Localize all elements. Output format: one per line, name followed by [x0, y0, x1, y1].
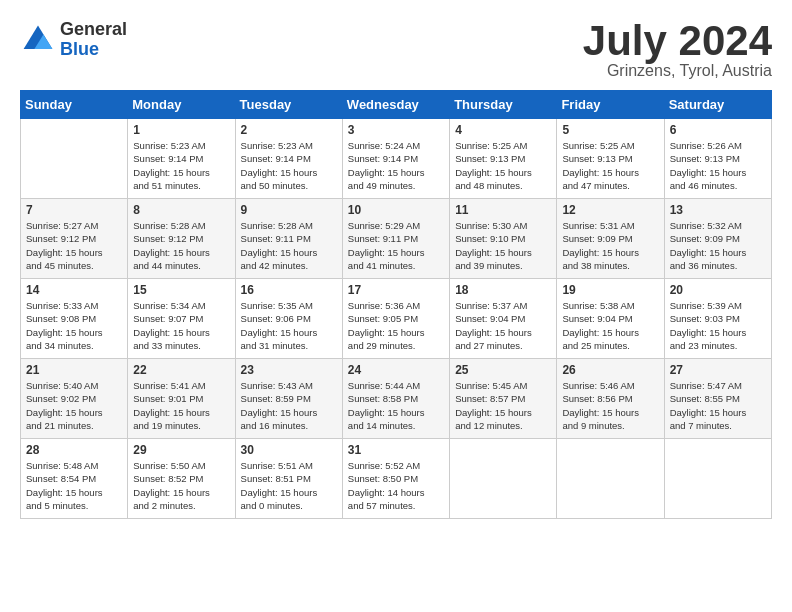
calendar-cell: 19Sunrise: 5:38 AM Sunset: 9:04 PM Dayli…	[557, 279, 664, 359]
day-number: 26	[562, 363, 658, 377]
cell-info: Sunrise: 5:48 AM Sunset: 8:54 PM Dayligh…	[26, 459, 122, 512]
cell-info: Sunrise: 5:50 AM Sunset: 8:52 PM Dayligh…	[133, 459, 229, 512]
day-number: 2	[241, 123, 337, 137]
day-number: 28	[26, 443, 122, 457]
cell-info: Sunrise: 5:52 AM Sunset: 8:50 PM Dayligh…	[348, 459, 444, 512]
calendar-cell: 16Sunrise: 5:35 AM Sunset: 9:06 PM Dayli…	[235, 279, 342, 359]
cell-info: Sunrise: 5:37 AM Sunset: 9:04 PM Dayligh…	[455, 299, 551, 352]
cell-info: Sunrise: 5:34 AM Sunset: 9:07 PM Dayligh…	[133, 299, 229, 352]
calendar-header-row: SundayMondayTuesdayWednesdayThursdayFrid…	[21, 91, 772, 119]
cell-info: Sunrise: 5:46 AM Sunset: 8:56 PM Dayligh…	[562, 379, 658, 432]
calendar-cell: 20Sunrise: 5:39 AM Sunset: 9:03 PM Dayli…	[664, 279, 771, 359]
calendar-cell: 13Sunrise: 5:32 AM Sunset: 9:09 PM Dayli…	[664, 199, 771, 279]
day-number: 30	[241, 443, 337, 457]
day-number: 17	[348, 283, 444, 297]
day-number: 6	[670, 123, 766, 137]
calendar-cell: 4Sunrise: 5:25 AM Sunset: 9:13 PM Daylig…	[450, 119, 557, 199]
calendar-cell: 1Sunrise: 5:23 AM Sunset: 9:14 PM Daylig…	[128, 119, 235, 199]
day-of-week-header: Tuesday	[235, 91, 342, 119]
day-number: 20	[670, 283, 766, 297]
calendar-cell: 6Sunrise: 5:26 AM Sunset: 9:13 PM Daylig…	[664, 119, 771, 199]
cell-info: Sunrise: 5:36 AM Sunset: 9:05 PM Dayligh…	[348, 299, 444, 352]
cell-info: Sunrise: 5:51 AM Sunset: 8:51 PM Dayligh…	[241, 459, 337, 512]
cell-info: Sunrise: 5:44 AM Sunset: 8:58 PM Dayligh…	[348, 379, 444, 432]
day-of-week-header: Friday	[557, 91, 664, 119]
calendar-cell: 28Sunrise: 5:48 AM Sunset: 8:54 PM Dayli…	[21, 439, 128, 519]
cell-info: Sunrise: 5:47 AM Sunset: 8:55 PM Dayligh…	[670, 379, 766, 432]
day-number: 27	[670, 363, 766, 377]
calendar-cell: 8Sunrise: 5:28 AM Sunset: 9:12 PM Daylig…	[128, 199, 235, 279]
calendar-week-row: 28Sunrise: 5:48 AM Sunset: 8:54 PM Dayli…	[21, 439, 772, 519]
cell-info: Sunrise: 5:30 AM Sunset: 9:10 PM Dayligh…	[455, 219, 551, 272]
day-number: 23	[241, 363, 337, 377]
logo: General Blue	[20, 20, 127, 60]
title-block: July 2024 Grinzens, Tyrol, Austria	[583, 20, 772, 80]
calendar-week-row: 21Sunrise: 5:40 AM Sunset: 9:02 PM Dayli…	[21, 359, 772, 439]
day-number: 18	[455, 283, 551, 297]
logo-blue-text: Blue	[60, 40, 127, 60]
day-number: 19	[562, 283, 658, 297]
day-number: 9	[241, 203, 337, 217]
day-number: 13	[670, 203, 766, 217]
logo-text: General Blue	[60, 20, 127, 60]
day-of-week-header: Saturday	[664, 91, 771, 119]
day-number: 14	[26, 283, 122, 297]
location: Grinzens, Tyrol, Austria	[583, 62, 772, 80]
cell-info: Sunrise: 5:31 AM Sunset: 9:09 PM Dayligh…	[562, 219, 658, 272]
calendar-cell: 14Sunrise: 5:33 AM Sunset: 9:08 PM Dayli…	[21, 279, 128, 359]
cell-info: Sunrise: 5:25 AM Sunset: 9:13 PM Dayligh…	[455, 139, 551, 192]
calendar-cell: 2Sunrise: 5:23 AM Sunset: 9:14 PM Daylig…	[235, 119, 342, 199]
logo-icon	[20, 22, 56, 58]
cell-info: Sunrise: 5:29 AM Sunset: 9:11 PM Dayligh…	[348, 219, 444, 272]
cell-info: Sunrise: 5:28 AM Sunset: 9:11 PM Dayligh…	[241, 219, 337, 272]
calendar-cell: 9Sunrise: 5:28 AM Sunset: 9:11 PM Daylig…	[235, 199, 342, 279]
day-of-week-header: Monday	[128, 91, 235, 119]
calendar-cell: 29Sunrise: 5:50 AM Sunset: 8:52 PM Dayli…	[128, 439, 235, 519]
day-number: 1	[133, 123, 229, 137]
logo-general-text: General	[60, 20, 127, 40]
calendar-cell: 5Sunrise: 5:25 AM Sunset: 9:13 PM Daylig…	[557, 119, 664, 199]
calendar-cell: 11Sunrise: 5:30 AM Sunset: 9:10 PM Dayli…	[450, 199, 557, 279]
cell-info: Sunrise: 5:25 AM Sunset: 9:13 PM Dayligh…	[562, 139, 658, 192]
cell-info: Sunrise: 5:39 AM Sunset: 9:03 PM Dayligh…	[670, 299, 766, 352]
calendar-week-row: 7Sunrise: 5:27 AM Sunset: 9:12 PM Daylig…	[21, 199, 772, 279]
calendar-cell: 3Sunrise: 5:24 AM Sunset: 9:14 PM Daylig…	[342, 119, 449, 199]
calendar-cell: 17Sunrise: 5:36 AM Sunset: 9:05 PM Dayli…	[342, 279, 449, 359]
day-number: 31	[348, 443, 444, 457]
day-number: 5	[562, 123, 658, 137]
calendar-cell: 10Sunrise: 5:29 AM Sunset: 9:11 PM Dayli…	[342, 199, 449, 279]
day-number: 8	[133, 203, 229, 217]
calendar-cell: 26Sunrise: 5:46 AM Sunset: 8:56 PM Dayli…	[557, 359, 664, 439]
day-number: 29	[133, 443, 229, 457]
calendar-cell: 24Sunrise: 5:44 AM Sunset: 8:58 PM Dayli…	[342, 359, 449, 439]
day-number: 12	[562, 203, 658, 217]
calendar-cell	[557, 439, 664, 519]
calendar-cell: 15Sunrise: 5:34 AM Sunset: 9:07 PM Dayli…	[128, 279, 235, 359]
cell-info: Sunrise: 5:26 AM Sunset: 9:13 PM Dayligh…	[670, 139, 766, 192]
cell-info: Sunrise: 5:32 AM Sunset: 9:09 PM Dayligh…	[670, 219, 766, 272]
calendar-cell: 7Sunrise: 5:27 AM Sunset: 9:12 PM Daylig…	[21, 199, 128, 279]
calendar-cell: 25Sunrise: 5:45 AM Sunset: 8:57 PM Dayli…	[450, 359, 557, 439]
cell-info: Sunrise: 5:38 AM Sunset: 9:04 PM Dayligh…	[562, 299, 658, 352]
calendar-cell	[21, 119, 128, 199]
cell-info: Sunrise: 5:28 AM Sunset: 9:12 PM Dayligh…	[133, 219, 229, 272]
cell-info: Sunrise: 5:23 AM Sunset: 9:14 PM Dayligh…	[241, 139, 337, 192]
calendar-cell: 27Sunrise: 5:47 AM Sunset: 8:55 PM Dayli…	[664, 359, 771, 439]
day-number: 10	[348, 203, 444, 217]
day-number: 3	[348, 123, 444, 137]
cell-info: Sunrise: 5:23 AM Sunset: 9:14 PM Dayligh…	[133, 139, 229, 192]
calendar-cell	[664, 439, 771, 519]
page-header: General Blue July 2024 Grinzens, Tyrol, …	[20, 20, 772, 80]
cell-info: Sunrise: 5:41 AM Sunset: 9:01 PM Dayligh…	[133, 379, 229, 432]
day-number: 24	[348, 363, 444, 377]
calendar-cell: 31Sunrise: 5:52 AM Sunset: 8:50 PM Dayli…	[342, 439, 449, 519]
day-of-week-header: Thursday	[450, 91, 557, 119]
cell-info: Sunrise: 5:40 AM Sunset: 9:02 PM Dayligh…	[26, 379, 122, 432]
day-number: 4	[455, 123, 551, 137]
cell-info: Sunrise: 5:43 AM Sunset: 8:59 PM Dayligh…	[241, 379, 337, 432]
day-number: 22	[133, 363, 229, 377]
cell-info: Sunrise: 5:35 AM Sunset: 9:06 PM Dayligh…	[241, 299, 337, 352]
calendar-cell: 23Sunrise: 5:43 AM Sunset: 8:59 PM Dayli…	[235, 359, 342, 439]
cell-info: Sunrise: 5:45 AM Sunset: 8:57 PM Dayligh…	[455, 379, 551, 432]
calendar-week-row: 1Sunrise: 5:23 AM Sunset: 9:14 PM Daylig…	[21, 119, 772, 199]
